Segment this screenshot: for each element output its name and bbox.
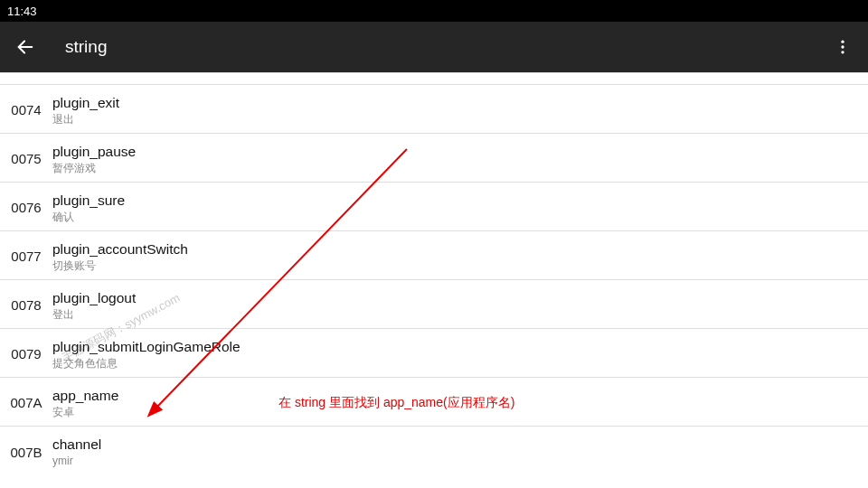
row-key: plugin_accountSwitch xyxy=(52,240,861,258)
list-item[interactable]: 0078 plugin_logout 登出 xyxy=(0,280,868,329)
arrow-back-icon xyxy=(15,37,35,57)
list-item-partial[interactable] xyxy=(0,72,868,85)
row-key: plugin_pause xyxy=(52,143,861,161)
row-key: plugin_submitLoginGameRole xyxy=(52,338,861,356)
row-index: 0074 xyxy=(0,102,52,117)
row-content: plugin_logout 登出 xyxy=(52,289,868,322)
row-value: ymir xyxy=(52,454,861,468)
back-button[interactable] xyxy=(14,36,36,58)
row-key: channel xyxy=(52,436,861,454)
row-key: app_name xyxy=(52,387,161,405)
row-key: plugin_exit xyxy=(52,94,861,112)
row-key: plugin_sure xyxy=(52,192,861,210)
list-item-app-name[interactable]: 007A app_name 安卓 在 string 里面找到 app_name(… xyxy=(0,378,868,427)
row-value: 切换账号 xyxy=(52,258,861,273)
row-index: 0075 xyxy=(0,151,52,166)
more-vert-icon xyxy=(834,38,852,56)
row-content: plugin_exit 退出 xyxy=(52,94,868,127)
list-item[interactable]: 007B channel ymir xyxy=(0,427,868,475)
row-content: channel ymir xyxy=(52,436,868,468)
svg-point-2 xyxy=(841,45,844,48)
row-value: 确认 xyxy=(52,210,861,224)
status-time: 11:43 xyxy=(7,5,37,18)
string-list: 0074 plugin_exit 退出 0075 plugin_pause 暂停… xyxy=(0,72,868,475)
row-value: 提交角色信息 xyxy=(52,356,861,371)
status-bar: 11:43 xyxy=(0,0,868,22)
row-index: 0079 xyxy=(0,346,52,361)
annotation-text: 在 string 里面找到 app_name(应用程序名) xyxy=(278,395,514,411)
row-index: 007B xyxy=(0,445,52,460)
svg-point-1 xyxy=(841,41,844,43)
row-value: 暂停游戏 xyxy=(52,161,861,175)
list-item[interactable]: 0074 plugin_exit 退出 xyxy=(0,85,868,134)
row-content: plugin_pause 暂停游戏 xyxy=(52,143,868,175)
row-value: 安卓 xyxy=(52,405,161,419)
list-item[interactable]: 0076 plugin_sure 确认 xyxy=(0,183,868,231)
svg-point-3 xyxy=(841,51,844,53)
row-key: plugin_logout xyxy=(52,289,861,307)
row-index: 0078 xyxy=(0,297,52,313)
list-item[interactable]: 0075 plugin_pause 暂停游戏 xyxy=(0,134,868,183)
list-item[interactable]: 0077 plugin_accountSwitch 切换账号 xyxy=(0,231,868,280)
row-value: 退出 xyxy=(52,112,861,127)
row-content: plugin_submitLoginGameRole 提交角色信息 xyxy=(52,338,868,371)
row-index: 0077 xyxy=(0,249,52,264)
appbar-title: string xyxy=(65,37,832,57)
app-bar: string xyxy=(0,22,868,72)
row-content: plugin_accountSwitch 切换账号 xyxy=(52,240,868,273)
row-index: 007A xyxy=(0,395,52,410)
row-content: plugin_sure 确认 xyxy=(52,192,868,224)
row-content: app_name 安卓 在 string 里面找到 app_name(应用程序名… xyxy=(52,387,868,419)
overflow-menu-button[interactable] xyxy=(832,36,854,58)
list-item[interactable]: 0079 plugin_submitLoginGameRole 提交角色信息 xyxy=(0,329,868,378)
row-value: 登出 xyxy=(52,307,861,322)
row-index: 0076 xyxy=(0,200,52,215)
